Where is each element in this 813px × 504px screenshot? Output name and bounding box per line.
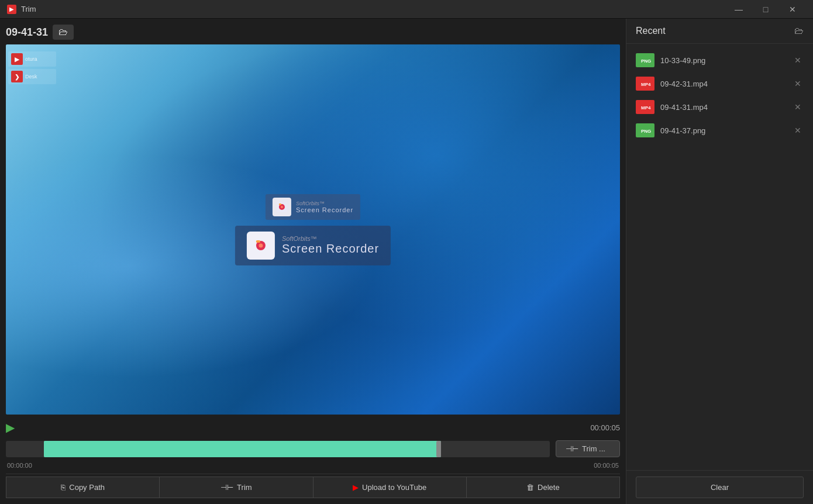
play-button[interactable]: ▶ xyxy=(6,420,15,434)
copy-path-label: Copy Path xyxy=(69,483,105,492)
desktop-icons-overlay: ▶ otura ❯ Desk xyxy=(6,49,58,87)
recent-folder-icon: 🗁 xyxy=(794,26,804,36)
window-controls: — □ ✕ xyxy=(725,0,806,19)
current-time-display: 00:00:05 xyxy=(590,423,620,432)
youtube-icon: ▶ xyxy=(353,483,359,492)
maximize-button[interactable]: □ xyxy=(752,0,779,19)
play-icon: ▶ xyxy=(6,420,15,434)
timeline-area: ⊣⊢ Trim ... xyxy=(6,440,620,457)
trim-side-icon: ⊣⊢ xyxy=(566,444,578,453)
recent-title: Recent xyxy=(636,26,790,36)
recent-thumb-1: MP4 xyxy=(636,77,654,91)
content-area: 09-41-31 🗁 ▶ otura ❯ Desk xyxy=(0,19,626,504)
recent-item-3[interactable]: PNG 09-41-37.png ✕ xyxy=(626,119,813,142)
recent-header: Recent 🗁 xyxy=(626,19,813,44)
recent-thumb-0: PNG xyxy=(636,53,654,67)
svg-text:MP4: MP4 xyxy=(641,105,651,111)
svg-text:MP4: MP4 xyxy=(641,82,651,87)
logo-icon-small xyxy=(273,198,291,216)
icon-img-1: ▶ xyxy=(11,53,23,65)
trim-side-label: Trim ... xyxy=(582,444,605,453)
trim-icon: ⊣⊢ xyxy=(221,483,233,492)
softorbits-product-large: Screen Recorder xyxy=(282,242,379,256)
close-button[interactable]: ✕ xyxy=(779,0,806,19)
desktop-icon-2: ❯ Desk xyxy=(8,69,56,84)
logo-icon-large xyxy=(247,232,275,260)
trim-button[interactable]: ⊣⊢ Trim xyxy=(160,477,313,498)
recent-list: PNG 10-33-49.png ✕ MP4 09-42-31.mp4 ✕ MP… xyxy=(626,44,813,470)
svg-point-2 xyxy=(281,206,283,208)
timeline-track[interactable] xyxy=(6,441,550,457)
upload-youtube-button[interactable]: ▶ Upload to YouTube xyxy=(314,477,467,498)
recent-item-name-2: 09-41-31.mp4 xyxy=(660,103,786,112)
start-time-label: 00:00:00 xyxy=(7,462,32,469)
icon-img-2: ❯ xyxy=(11,71,23,82)
recent-item-name-0: 10-33-49.png xyxy=(660,56,786,65)
trim-side-button[interactable]: ⊣⊢ Trim ... xyxy=(556,440,620,457)
desktop-label-1: otura xyxy=(25,56,37,62)
filename-text: 09-41-31 xyxy=(6,26,48,39)
main-layout: 09-41-31 🗁 ▶ otura ❯ Desk xyxy=(0,19,813,504)
svg-point-6 xyxy=(259,243,263,247)
open-folder-button[interactable]: 🗁 xyxy=(53,25,74,40)
delete-label: Delete xyxy=(538,483,560,492)
recent-thumb-3: PNG xyxy=(636,123,654,137)
softorbits-brand-small: SoftOrbits™ xyxy=(296,201,353,206)
minimize-button[interactable]: — xyxy=(725,0,752,19)
copy-path-icon: ⎘ xyxy=(61,483,66,492)
end-time-label: 00:00:05 xyxy=(594,462,619,469)
recent-item-1[interactable]: MP4 09-42-31.mp4 ✕ xyxy=(626,72,813,95)
time-labels: 00:00:00 00:00:05 xyxy=(6,462,620,469)
svg-text:PNG: PNG xyxy=(641,58,651,64)
recent-item-0[interactable]: PNG 10-33-49.png ✕ xyxy=(626,49,813,72)
delete-icon: 🗑 xyxy=(526,483,534,492)
clear-button-area: Clear xyxy=(626,470,813,504)
softorbits-product-small: Screen Recorder xyxy=(296,206,353,213)
right-panel: Recent 🗁 PNG 10-33-49.png ✕ MP4 09-42-31… xyxy=(626,19,813,504)
recent-thumb-2: MP4 xyxy=(636,100,654,114)
recent-item-close-2[interactable]: ✕ xyxy=(792,101,804,113)
recent-item-name-1: 09-42-31.mp4 xyxy=(660,80,786,88)
copy-path-button[interactable]: ⎘ Copy Path xyxy=(6,477,160,498)
recent-item-2[interactable]: MP4 09-41-31.mp4 ✕ xyxy=(626,95,813,119)
svg-text:PNG: PNG xyxy=(641,129,651,134)
timeline-filled xyxy=(44,441,441,457)
app-icon: ▶ xyxy=(7,5,16,14)
recent-item-name-3: 09-41-37.png xyxy=(660,126,786,135)
softorbits-center: SoftOrbits™ Screen Recorder xyxy=(235,194,391,265)
video-preview: ▶ otura ❯ Desk xyxy=(6,44,620,415)
trim-label: Trim xyxy=(237,483,252,492)
folder-icon: 🗁 xyxy=(58,27,68,37)
app-title: Trim xyxy=(21,5,725,13)
recent-folder-button[interactable]: 🗁 xyxy=(794,26,804,36)
timeline-handle-right[interactable] xyxy=(436,441,441,457)
titlebar: ▶ Trim — □ ✕ xyxy=(0,0,813,19)
softorbits-brand-large: SoftOrbits™ xyxy=(282,235,379,242)
logo-small: SoftOrbits™ Screen Recorder xyxy=(266,194,360,220)
logo-small-text: SoftOrbits™ Screen Recorder xyxy=(296,201,353,213)
clear-button[interactable]: Clear xyxy=(636,477,804,498)
video-background: ▶ otura ❯ Desk xyxy=(6,44,620,415)
recent-item-close-3[interactable]: ✕ xyxy=(792,125,804,136)
svg-rect-3 xyxy=(279,203,281,205)
upload-youtube-label: Upload to YouTube xyxy=(362,483,426,492)
delete-button[interactable]: 🗑 Delete xyxy=(467,477,620,498)
desktop-icon-1: ▶ otura xyxy=(8,51,56,67)
desktop-label-2: Desk xyxy=(25,74,37,80)
action-buttons: ⎘ Copy Path ⊣⊢ Trim ▶ Upload to YouTube … xyxy=(6,474,620,498)
svg-rect-7 xyxy=(256,240,260,243)
recent-item-close-0[interactable]: ✕ xyxy=(792,54,804,66)
logo-large: SoftOrbits™ Screen Recorder xyxy=(235,226,391,265)
logo-large-text: SoftOrbits™ Screen Recorder xyxy=(282,235,379,256)
playback-row: ▶ 00:00:05 xyxy=(6,419,620,436)
filename-row: 09-41-31 🗁 xyxy=(6,25,620,40)
recent-item-close-1[interactable]: ✕ xyxy=(792,78,804,89)
